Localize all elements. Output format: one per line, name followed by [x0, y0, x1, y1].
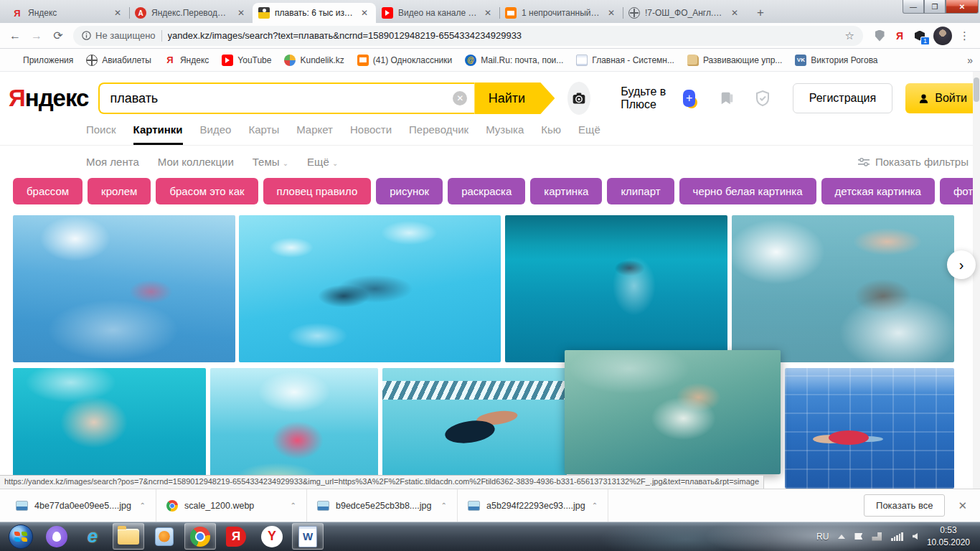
- bookmark-apps[interactable]: Приложения: [7, 55, 73, 66]
- tab-close-icon[interactable]: ✕: [482, 7, 494, 19]
- network-disconnected-icon[interactable]: [872, 532, 882, 541]
- back-button[interactable]: ←: [6, 27, 24, 45]
- pill-plovec-pravilo[interactable]: пловец правило: [263, 178, 372, 204]
- download-item[interactable]: a5b294f22293ec93....jpg ⌃: [458, 489, 608, 522]
- nav-translate[interactable]: Переводчик: [409, 123, 468, 145]
- nav-music[interactable]: Музыка: [486, 123, 524, 145]
- address-bar[interactable]: Не защищено yandex.kz/images/search?text…: [73, 26, 863, 46]
- pill-raskraska[interactable]: раскраска: [448, 178, 525, 204]
- bookmark-kundelik[interactable]: Kundelik.kz: [284, 55, 344, 66]
- pill-cherno-belaya[interactable]: черно белая картинка: [679, 178, 816, 204]
- bookmarks-overflow-icon[interactable]: »: [967, 55, 973, 66]
- restore-button[interactable]: ❐: [924, 0, 946, 14]
- image-search-camera-button[interactable]: [567, 82, 590, 115]
- nav-video[interactable]: Видео: [200, 123, 232, 145]
- result-image-1[interactable]: [13, 215, 235, 362]
- themes-dropdown[interactable]: Темы ⌄: [253, 156, 288, 168]
- tab-youtube[interactable]: Видео на канале - YouT ✕: [376, 3, 499, 23]
- pill-brasom-eto-kak[interactable]: брасом это как: [156, 178, 258, 204]
- language-indicator[interactable]: RU: [816, 532, 829, 542]
- chevron-up-icon[interactable]: ⌃: [592, 501, 598, 509]
- cube-extension-icon[interactable]: 1: [913, 29, 926, 42]
- login-button[interactable]: Войти: [905, 83, 980, 113]
- taskbar-yandex-app[interactable]: Я: [220, 523, 252, 550]
- clear-search-icon[interactable]: ✕: [453, 91, 467, 105]
- chevron-up-icon[interactable]: ⌃: [140, 501, 146, 509]
- security-indicator[interactable]: Не защищено: [82, 30, 156, 41]
- my-feed-link[interactable]: Моя лента: [86, 156, 139, 168]
- my-collections-link[interactable]: Мои коллекции: [158, 156, 234, 168]
- show-filters-button[interactable]: Показать фильтры: [858, 156, 969, 168]
- nav-market[interactable]: Маркет: [296, 123, 333, 145]
- signal-bars-icon[interactable]: [891, 532, 903, 541]
- pill-risunok[interactable]: рисунок: [376, 178, 443, 204]
- volume-icon[interactable]: [913, 533, 918, 540]
- tab-chat[interactable]: 1 непрочитанный чат ✕: [499, 3, 623, 23]
- result-image-3[interactable]: [505, 215, 727, 362]
- close-button[interactable]: ✕: [946, 0, 979, 14]
- pill-kartinka[interactable]: картинка: [530, 178, 602, 204]
- pill-detskaya[interactable]: детская картинка: [821, 178, 935, 204]
- result-image-7[interactable]: [382, 368, 567, 489]
- result-image-6[interactable]: [210, 368, 378, 489]
- tab-close-icon[interactable]: ✕: [359, 7, 370, 19]
- show-hidden-icons[interactable]: [838, 534, 845, 539]
- search-input[interactable]: [110, 91, 453, 106]
- taskbar-chrome[interactable]: [184, 523, 216, 550]
- bookmark-star-icon[interactable]: ☆: [845, 29, 854, 42]
- yandex-plus-promo[interactable]: Будьте в Плюсе +: [621, 85, 694, 111]
- collections-icon[interactable]: [720, 90, 735, 106]
- bookmark-glavnaya[interactable]: Главная - Системн...: [576, 55, 674, 66]
- tab-close-icon[interactable]: ✕: [729, 7, 740, 19]
- nav-more[interactable]: Ещё: [578, 123, 600, 145]
- more-dropdown[interactable]: Ещё ⌄: [307, 156, 338, 168]
- pill-krolem[interactable]: кролем: [88, 178, 151, 204]
- taskbar-explorer[interactable]: [113, 523, 144, 550]
- taskbar-media-player[interactable]: [149, 523, 180, 550]
- scrollbar-thumb[interactable]: [974, 77, 979, 102]
- nav-images[interactable]: Картинки: [133, 123, 183, 145]
- result-image-5[interactable]: [13, 368, 206, 489]
- taskbar-clock[interactable]: 0:53 10.05.2020: [927, 524, 970, 547]
- forward-button[interactable]: →: [27, 27, 46, 45]
- taskbar-alice[interactable]: [41, 523, 72, 550]
- browser-menu-icon[interactable]: ⋮: [955, 29, 974, 42]
- new-tab-button[interactable]: +: [750, 3, 771, 23]
- tab-yandex[interactable]: Я Яндекс ✕: [6, 3, 129, 23]
- protect-shield-icon[interactable]: [754, 90, 771, 107]
- nav-q[interactable]: Кью: [541, 123, 561, 145]
- pill-brassom[interactable]: брассом: [13, 178, 83, 204]
- result-image-9[interactable]: [785, 368, 954, 489]
- register-button[interactable]: Регистрация: [793, 83, 893, 113]
- find-button[interactable]: Найти: [474, 83, 555, 114]
- result-image-4[interactable]: [732, 215, 954, 362]
- bookmark-youtube[interactable]: YouTube: [222, 55, 271, 66]
- chevron-up-icon[interactable]: ⌃: [291, 501, 296, 509]
- taskbar-yandex-browser[interactable]: Y: [256, 523, 288, 550]
- nav-news[interactable]: Новости: [350, 123, 392, 145]
- yandex-logo[interactable]: Яндекс: [9, 85, 88, 112]
- reload-button[interactable]: ⟳: [49, 27, 67, 45]
- bookmark-mailru[interactable]: @ Mail.Ru: почта, пои...: [465, 55, 563, 66]
- start-button[interactable]: [5, 523, 37, 550]
- tab-close-icon[interactable]: ✕: [235, 7, 247, 19]
- bookmark-razvivayushchie[interactable]: Развивающие упр...: [687, 55, 782, 66]
- nav-maps[interactable]: Карты: [248, 123, 279, 145]
- tab-images-active[interactable]: плавать: 6 тыс изображ ✕: [253, 3, 376, 23]
- yandex-extension-icon[interactable]: Я: [893, 29, 906, 42]
- page-scrollbar[interactable]: [973, 72, 980, 489]
- download-item[interactable]: scale_1200.webp ⌃: [156, 489, 307, 522]
- result-image-preview-enlarged[interactable]: [565, 350, 781, 474]
- bookmark-yandex[interactable]: Я Яндекс: [164, 55, 209, 66]
- result-image-2[interactable]: [239, 215, 501, 362]
- taskbar-internet-explorer[interactable]: e: [77, 523, 108, 550]
- tab-close-icon[interactable]: ✕: [112, 7, 123, 19]
- shield-extension-icon[interactable]: [873, 29, 886, 42]
- pills-scroll-next-button[interactable]: ›: [947, 250, 976, 279]
- close-downloads-icon[interactable]: ✕: [958, 499, 967, 512]
- show-all-downloads-button[interactable]: Показать все: [864, 494, 945, 517]
- bookmark-aviabilety[interactable]: Авиабилеты: [86, 55, 151, 66]
- profile-avatar[interactable]: [933, 27, 952, 45]
- chevron-up-icon[interactable]: ⌃: [441, 501, 447, 509]
- action-center-flag-icon[interactable]: [854, 533, 862, 540]
